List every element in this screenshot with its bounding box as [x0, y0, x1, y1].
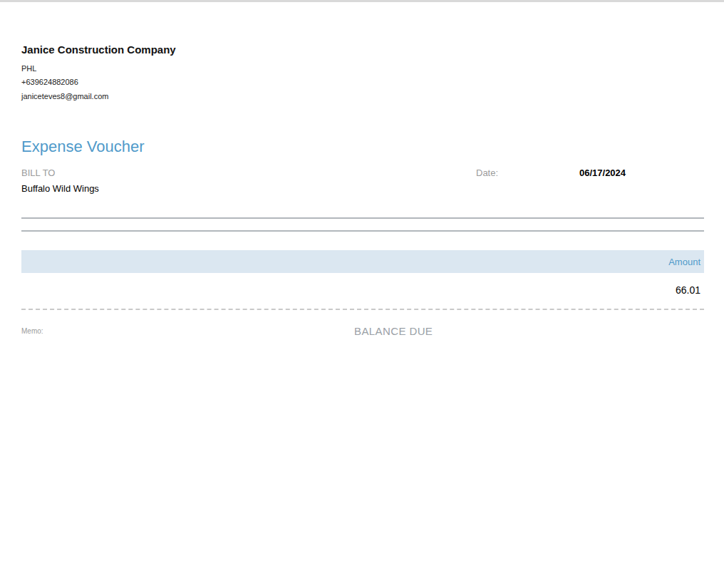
table-top-rule: [21, 217, 704, 219]
bill-to-name: Buffalo Wild Wings: [21, 183, 99, 194]
date-value: 06/17/2024: [579, 167, 626, 178]
company-address: PHL: [21, 64, 36, 73]
balance-due-label: BALANCE DUE: [354, 325, 433, 337]
page-top-border: [0, 0, 724, 2]
table-bottom-rule: [21, 230, 704, 232]
table-header-row: Amount: [21, 250, 704, 273]
company-email: janiceteves8@gmail.com: [21, 92, 108, 100]
document-title: Expense Voucher: [21, 138, 144, 156]
footer-dashed-rule: [21, 309, 704, 310]
memo-label: Memo:: [21, 327, 43, 335]
bill-to-label: BILL TO: [21, 167, 55, 178]
amount-column-header: Amount: [668, 257, 700, 267]
company-phone: +639624882086: [21, 78, 78, 86]
date-label: Date:: [476, 167, 498, 178]
amount-cell-value: 66.01: [676, 284, 700, 296]
company-name: Janice Construction Company: [21, 43, 176, 56]
